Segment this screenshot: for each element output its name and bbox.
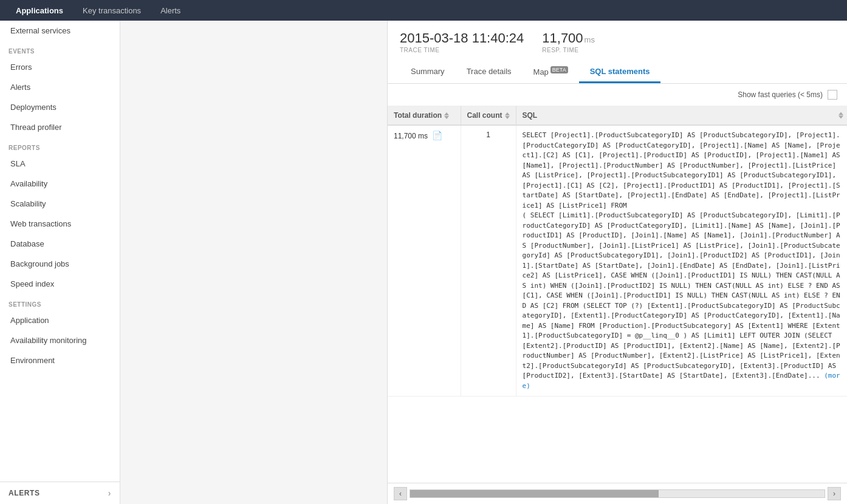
sidebar-item-application[interactable]: Application [0,310,120,330]
sidebar-item-thread-profiler[interactable]: Thread profiler [0,117,120,137]
filter-checkbox[interactable] [828,90,837,100]
cell-duration: 11,700 ms 📄 [388,125,461,397]
resp-time-label: RESP. TIME [542,47,595,53]
nav-key-transactions[interactable]: Key transactions [73,0,151,21]
trace-time-value: 2015-03-18 11:40:24 [400,30,524,46]
filter-bar: Show fast queries (< 5ms) [388,84,847,106]
sidebar-item-web-transactions[interactable]: Web transactions [0,214,120,234]
scroll-next-button[interactable]: › [828,487,841,500]
trace-time-block: 2015-03-18 11:40:24 TRACE TIME [400,30,524,53]
sidebar-item-scalability[interactable]: Scalability [0,194,120,214]
sidebar-item-availability-monitoring[interactable]: Availability monitoring [0,330,120,350]
sidebar-item-sla[interactable]: SLA [0,154,120,174]
sql-content: Show fast queries (< 5ms) Total duration [388,84,847,504]
sql-text: SELECT [Project1].[ProductSubcategoryID]… [523,131,841,391]
cell-sql: SELECT [Project1].[ProductSubcategoryID]… [516,125,847,397]
sidebar-item-background-jobs[interactable]: Background jobs [0,254,120,274]
scroll-prev-button[interactable]: ‹ [394,487,407,500]
cell-call-count: 1 [461,125,516,397]
resp-time-block: 11,700 ms RESP. TIME [542,30,595,53]
sidebar-section-reports: REPORTS [0,137,120,154]
th-call-count[interactable]: Call count [461,106,516,125]
alerts-bottom-section[interactable]: ALERTS › [0,482,120,504]
sql-statements-table: Total duration Call count [388,106,847,397]
sidebar-section-settings: SETTINGS [0,294,120,310]
alerts-chevron-icon: › [108,488,111,498]
right-panel: 2015-03-18 11:40:24 TRACE TIME 11,700 ms… [388,21,847,504]
sql-doc-icon: 📄 [432,131,442,140]
alerts-bottom-label: ALERTS [9,489,40,497]
sort-sql-icon [838,112,843,119]
sort-callcount-icon [505,112,510,119]
tab-sql-statements[interactable]: SQL statements [579,62,661,83]
resp-time-unit: ms [585,35,595,44]
filter-label: Show fast queries (< 5ms) [738,90,823,99]
middle-panel [120,21,388,504]
sidebar-item-deployments[interactable]: Deployments [0,97,120,117]
sidebar-item-alerts[interactable]: Alerts [0,77,120,97]
th-sql[interactable]: SQL [516,106,847,125]
sidebar-item-speed-index[interactable]: Speed index [0,274,120,294]
top-nav: Applications Key transactions Alerts [0,0,847,21]
tab-summary[interactable]: Summary [400,62,456,83]
sidebar-item-errors[interactable]: Errors [0,57,120,77]
nav-alerts[interactable]: Alerts [151,0,190,21]
tab-map[interactable]: MapBETA [523,62,579,83]
scroll-nav: ‹ › [388,483,847,504]
trace-header: 2015-03-18 11:40:24 TRACE TIME 11,700 ms… [388,21,847,84]
sidebar-item-external-services[interactable]: External services [0,21,120,41]
tab-trace-details[interactable]: Trace details [456,62,523,83]
beta-badge: BETA [550,66,568,73]
sort-duration-icon [444,112,449,119]
tabs: Summary Trace details MapBETA SQL statem… [400,62,835,83]
nav-applications[interactable]: Applications [6,0,73,21]
sidebar-item-availability[interactable]: Availability [0,174,120,194]
resp-time-value: 11,700 [542,30,583,46]
sidebar: External services EVENTS Errors Alerts D… [0,21,120,504]
scroll-thumb [410,490,659,497]
sql-table: Total duration Call count [388,106,847,483]
scroll-track[interactable] [410,489,825,498]
th-total-duration[interactable]: Total duration [388,106,461,125]
sidebar-item-environment[interactable]: Environment [0,350,120,370]
trace-time-label: TRACE TIME [400,47,524,53]
main-layout: External services EVENTS Errors Alerts D… [0,21,847,504]
trace-meta: 2015-03-18 11:40:24 TRACE TIME 11,700 ms… [400,30,835,53]
sidebar-item-database[interactable]: Database [0,234,120,254]
table-row: 11,700 ms 📄 1 SELECT [Project1].[Product… [388,125,847,397]
sidebar-section-events: EVENTS [0,41,120,57]
